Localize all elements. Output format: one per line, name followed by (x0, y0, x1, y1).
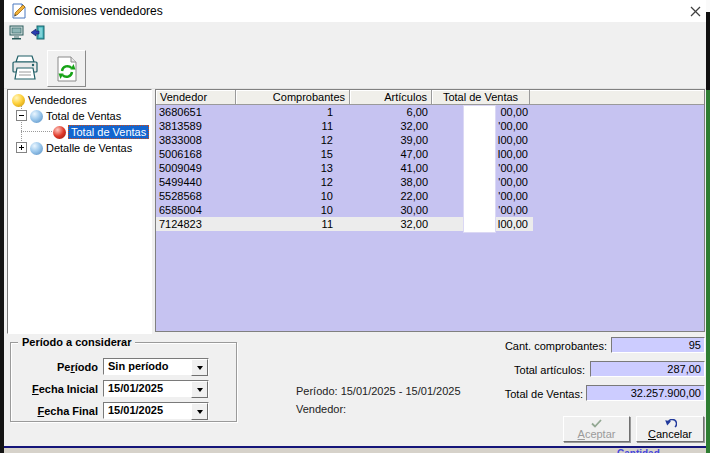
cant-comprobantes-label: Cant. comprobantes: (480, 340, 607, 352)
toolbar (4, 43, 706, 89)
cell-comprobantes: 10 (236, 203, 350, 217)
table-row[interactable]: 5528568 10 22,00 '00,00 (156, 189, 704, 203)
fecha-inicial-select[interactable]: 15/01/2025 (103, 380, 209, 397)
fecha-inicial-label: Fecha Inicial (20, 383, 98, 395)
column-header-filler (530, 90, 704, 105)
expand-toggle[interactable] (16, 142, 27, 153)
cell-articulos: 32,00 (350, 119, 432, 133)
period-value: Sin período (104, 359, 191, 374)
cell-vendedor: 6585004 (156, 203, 236, 217)
table-row-selected[interactable]: 7124823 11 32,00 I00,00 (156, 217, 704, 231)
left-screen-edge (0, 0, 4, 453)
aceptar-label: Aceptar (578, 429, 616, 440)
menu-bar (4, 22, 706, 44)
right-edge-dark (706, 12, 710, 90)
table-row[interactable]: 3813589 11 32,00 '00,00 (156, 119, 704, 133)
screen: { "window": { "title": "Comisiones vende… (0, 0, 710, 453)
table-row[interactable]: 6585004 10 30,00 '00,00 (156, 203, 704, 217)
tree-item-label-selected: Total de Ventas (68, 125, 149, 139)
cell-vendedor: 7124823 (156, 217, 236, 231)
total-ventas-label: Total de Ventas: (460, 388, 583, 400)
right-edge-top (706, 0, 710, 12)
chevron-down-icon[interactable] (191, 403, 208, 420)
tree-item-total-de-ventas-child[interactable]: Total de Ventas (53, 124, 149, 140)
cell-comprobantes: 1 (236, 105, 350, 119)
column-header-articulos[interactable]: Artículos (350, 90, 432, 105)
cell-articulos: 47,00 (350, 147, 432, 161)
cell-articulos: 32,00 (350, 217, 432, 231)
table-row[interactable]: 3833008 12 39,00 I00,00 (156, 133, 704, 147)
print-button[interactable] (6, 50, 43, 85)
cell-articulos: 30,00 (350, 203, 432, 217)
cell-comprobantes: 11 (236, 217, 350, 231)
title-bar: Comisiones vendedores (4, 0, 706, 23)
background-statusbar (4, 448, 706, 453)
right-edge-green (706, 90, 710, 453)
exit-door-icon[interactable] (30, 25, 46, 40)
fecha-final-value: 15/01/2025 (104, 403, 191, 418)
cell-articulos: 38,00 (350, 175, 432, 189)
cell-vendedor: 3833008 (156, 133, 236, 147)
fecha-final-label: Fecha Final (20, 405, 98, 417)
monitor-icon[interactable] (9, 25, 25, 40)
table-row[interactable]: 5006168 15 47,00 I00,00 (156, 147, 704, 161)
cant-comprobantes-field: 95 (611, 337, 705, 353)
table-row[interactable]: 5009049 13 41,00 '00,00 (156, 161, 704, 175)
redaction-overlay (463, 105, 496, 233)
cell-comprobantes: 13 (236, 161, 350, 175)
check-icon (590, 419, 603, 428)
cell-vendedor: 5528568 (156, 189, 236, 203)
tree-item-total-de-ventas[interactable]: Total de Ventas (30, 108, 124, 124)
cancelar-label: Cancelar (648, 429, 692, 440)
cell-comprobantes: 10 (236, 189, 350, 203)
cell-vendedor: 3813589 (156, 119, 236, 133)
cell-vendedor: 5006168 (156, 147, 236, 161)
red-ball-icon (53, 126, 66, 139)
blue-ball-icon (30, 110, 43, 123)
total-ventas-field: 32.257.900,00 (586, 385, 705, 401)
total-articulos-label: Total artículos: (460, 364, 585, 376)
undo-arrow-icon (664, 419, 677, 428)
table-row[interactable]: 5499440 12 38,00 '00,00 (156, 175, 704, 189)
aceptar-button[interactable]: Aceptar (563, 416, 630, 442)
yellow-ball-icon (12, 94, 25, 107)
cancelar-button[interactable]: Cancelar (636, 416, 704, 442)
cell-articulos: 22,00 (350, 189, 432, 203)
cell-comprobantes: 15 (236, 147, 350, 161)
refresh-button[interactable] (47, 50, 86, 87)
printer-icon (10, 54, 40, 82)
period-summary-line: Período: 15/01/2025 - 15/01/2025 (296, 385, 461, 397)
table-row[interactable]: 3680651 1 6,00 00,00 (156, 105, 704, 119)
fecha-final-select[interactable]: 15/01/2025 (103, 402, 209, 419)
window-title: Comisiones vendedores (34, 4, 163, 18)
cell-vendedor: 5009049 (156, 161, 236, 175)
chevron-down-icon[interactable] (191, 359, 208, 376)
tree-item-label: Total de Ventas (43, 109, 124, 123)
tree-item-label: Vendedores (25, 93, 90, 107)
tree-panel: Vendedores Total de Ventas Total de Vent… (7, 89, 152, 334)
collapse-toggle[interactable] (16, 110, 27, 121)
total-articulos-field: 287,00 (590, 361, 705, 377)
period-select[interactable]: Sin período (103, 358, 209, 375)
chevron-down-icon[interactable] (191, 381, 208, 398)
refresh-icon (54, 55, 80, 83)
tree-item-vendedores[interactable]: Vendedores (8, 92, 90, 108)
blue-ball-icon (30, 142, 43, 155)
document-edit-icon (11, 3, 27, 19)
fecha-inicial-value: 15/01/2025 (104, 381, 191, 396)
period-label: Período (20, 361, 98, 373)
cell-articulos: 39,00 (350, 133, 432, 147)
period-groupbox-title: Período a considerar (18, 336, 135, 348)
cell-vendedor: 3680651 (156, 105, 236, 119)
column-header-vendedor[interactable]: Vendedor (156, 90, 236, 105)
tree-item-detalle-de-ventas[interactable]: Detalle de Ventas (30, 140, 135, 156)
statusbar-text-fragment: Cantidad (617, 448, 660, 453)
results-table: Vendedor Comprobantes Artículos Total de… (155, 89, 705, 332)
cell-comprobantes: 12 (236, 175, 350, 189)
column-header-total-de-ventas[interactable]: Total de Ventas (432, 90, 530, 105)
cell-articulos: 6,00 (350, 105, 432, 119)
tree-item-label: Detalle de Ventas (43, 141, 135, 155)
column-header-comprobantes[interactable]: Comprobantes (236, 90, 350, 105)
vendor-summary-line: Vendedor: (296, 403, 346, 415)
table-header: Vendedor Comprobantes Artículos Total de… (156, 90, 704, 105)
